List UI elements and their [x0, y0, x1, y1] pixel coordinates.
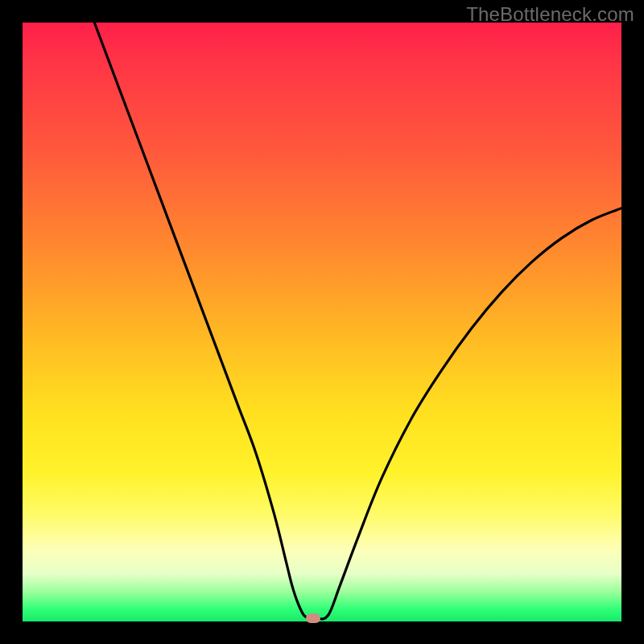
plot-area: [23, 23, 621, 621]
chart-frame: TheBottleneck.com: [0, 0, 644, 644]
watermark-text: TheBottleneck.com: [466, 3, 634, 26]
bottleneck-curve: [23, 23, 621, 621]
optimal-point-marker: [306, 613, 320, 623]
